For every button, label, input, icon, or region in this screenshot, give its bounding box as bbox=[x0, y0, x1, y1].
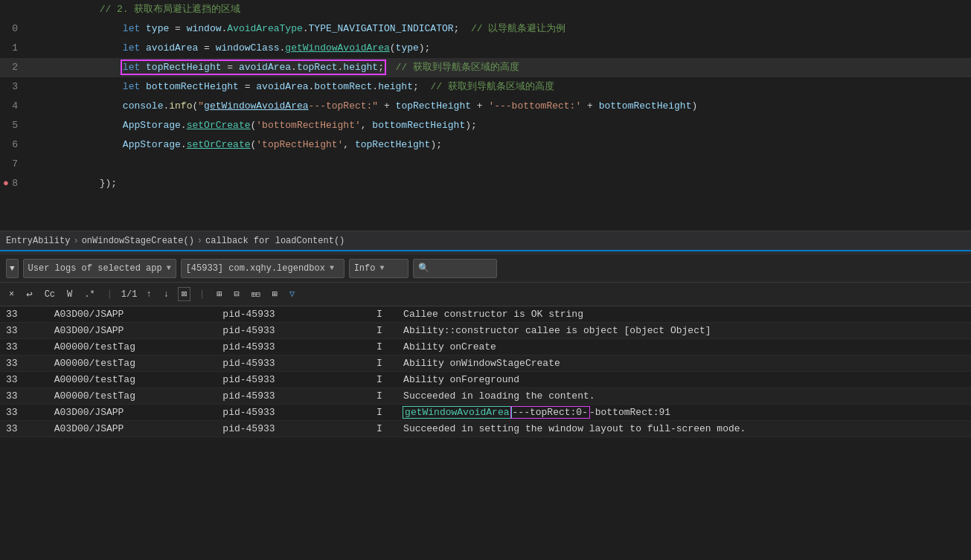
log-time-5: 33 bbox=[0, 388, 48, 405]
log-source-arrow-btn[interactable]: ▼ bbox=[6, 259, 19, 278]
filter-close-btn[interactable]: × bbox=[6, 288, 17, 301]
log-row-1: 33A03D00/JSAPPpid-45933IAbility::constru… bbox=[0, 323, 971, 339]
breadcrumb-item-1: EntryAbility bbox=[6, 236, 70, 246]
log-pid-1: pid-45933 bbox=[217, 323, 361, 339]
code-line-6: 6 AppStorage.setOrCreate('topRectHeight'… bbox=[0, 135, 971, 155]
filter-next-btn[interactable]: ↓ bbox=[161, 288, 172, 301]
filter-case-btn[interactable]: Cc bbox=[42, 288, 58, 301]
log-tag-7: A03D00/JSAPP bbox=[48, 421, 217, 437]
filter-toggle-btn4[interactable]: ⊞ bbox=[269, 287, 281, 301]
log-time-0: 33 bbox=[0, 306, 48, 323]
log-message-2: Ability onCreate bbox=[397, 339, 971, 355]
log-message-7: Succeeded in setting the window layout t… bbox=[397, 421, 971, 437]
log-panel: ▼ User logs of selected app ▼ [45933] co… bbox=[0, 254, 971, 560]
code-editor: // 2. 获取布局避让遮挡的区域 0 let type = window.Av… bbox=[0, 0, 971, 231]
app-id-dropdown[interactable]: [45933] com.xqhy.legendbox ▼ bbox=[181, 259, 345, 278]
log-source-label: User logs of selected app bbox=[28, 263, 162, 274]
log-pid-5: pid-45933 bbox=[217, 388, 361, 405]
log-search-wrap[interactable]: 🔍 bbox=[413, 259, 497, 278]
log-table: 33A03D00/JSAPPpid-45933ICallee construct… bbox=[0, 306, 971, 437]
log-message-5: Succeeded in loading the content. bbox=[397, 388, 971, 405]
code-line-8: 8 ● }); bbox=[0, 174, 971, 193]
filter-count: 1/1 bbox=[121, 289, 138, 300]
filter-wrap-btn[interactable]: ↩ bbox=[23, 286, 35, 302]
filter-clear-btn[interactable]: ⊠ bbox=[178, 287, 190, 301]
log-time-2: 33 bbox=[0, 339, 48, 355]
app-id-arrow-icon: ▼ bbox=[330, 264, 334, 272]
log-row-6: 33A03D00/JSAPPpid-45933IgetWindowAvoidAr… bbox=[0, 405, 971, 421]
log-message-0: Callee constructor is OK string bbox=[397, 306, 971, 323]
log-tag-6: A03D00/JSAPP bbox=[48, 405, 217, 421]
app-id-label: [45933] com.xqhy.legendbox bbox=[186, 263, 325, 274]
log-message-4: Ability onForeground bbox=[397, 372, 971, 388]
breadcrumb-item-2: onWindowStageCreate() bbox=[82, 236, 194, 246]
log-search-input[interactable] bbox=[432, 263, 492, 274]
log-pid-3: pid-45933 bbox=[217, 355, 361, 372]
log-tag-1: A03D00/JSAPP bbox=[48, 323, 217, 339]
filter-prev-btn[interactable]: ↑ bbox=[143, 288, 154, 301]
log-message-6: getWindowAvoidArea---topRect:0--bottomRe… bbox=[397, 405, 971, 421]
log-tag-2: A00000/testTag bbox=[48, 339, 217, 355]
log-tag-5: A00000/testTag bbox=[48, 388, 217, 405]
log-table-wrap[interactable]: 33A03D00/JSAPPpid-45933ICallee construct… bbox=[0, 306, 971, 560]
log-time-4: 33 bbox=[0, 372, 48, 388]
breadcrumb-item-3: callback for loadContent() bbox=[205, 236, 345, 246]
log-level-6: I bbox=[362, 405, 398, 421]
log-row-4: 33A00000/testTagpid-45933IAbility onFore… bbox=[0, 372, 971, 388]
log-pid-7: pid-45933 bbox=[217, 421, 361, 437]
search-icon: 🔍 bbox=[418, 263, 429, 274]
log-level-2: I bbox=[362, 339, 398, 355]
filter-toggle-btn2[interactable]: ⊟ bbox=[231, 287, 243, 301]
log-level-dropdown[interactable]: Info ▼ bbox=[349, 259, 408, 278]
log-row-7: 33A03D00/JSAPPpid-45933ISucceeded in set… bbox=[0, 421, 971, 437]
filter-funnel-btn[interactable]: ▽ bbox=[286, 287, 298, 301]
log-level-5: I bbox=[362, 388, 398, 405]
code-lines: // 2. 获取布局避让遮挡的区域 0 let type = window.Av… bbox=[0, 0, 971, 193]
log-row-5: 33A00000/testTagpid-45933ISucceeded in l… bbox=[0, 388, 971, 405]
log-level-arrow-icon: ▼ bbox=[379, 264, 384, 272]
log-message-3: Ability onWindowStageCreate bbox=[397, 355, 971, 372]
filter-regex-btn[interactable]: .* bbox=[81, 288, 97, 301]
log-row-0: 33A03D00/JSAPPpid-45933ICallee construct… bbox=[0, 306, 971, 323]
log-level-0: I bbox=[362, 306, 398, 323]
log-tag-3: A00000/testTag bbox=[48, 355, 217, 372]
log-row-3: 33A00000/testTagpid-45933IAbility onWind… bbox=[0, 355, 971, 372]
log-pid-4: pid-45933 bbox=[217, 372, 361, 388]
log-tag-0: A03D00/JSAPP bbox=[48, 306, 217, 323]
log-time-6: 33 bbox=[0, 405, 48, 421]
filter-word-btn[interactable]: W bbox=[64, 288, 75, 301]
log-level-7: I bbox=[362, 421, 398, 437]
filter-toggle-btn1[interactable]: ⊞ bbox=[214, 287, 225, 301]
log-time-7: 33 bbox=[0, 421, 48, 437]
filter-toggle-btn3[interactable]: ⊞⊟ bbox=[249, 289, 263, 300]
log-source-arrow-icon: ▼ bbox=[167, 264, 171, 272]
log-filter-bar: × ↩ Cc W .* | 1/1 ↑ ↓ ⊠ | ⊞ ⊟ ⊞⊟ ⊞ ▽ bbox=[0, 283, 971, 306]
log-row-2: 33A00000/testTagpid-45933IAbility onCrea… bbox=[0, 339, 971, 355]
log-level-1: I bbox=[362, 323, 398, 339]
log-level-4: I bbox=[362, 372, 398, 388]
log-toolbar: ▼ User logs of selected app ▼ [45933] co… bbox=[0, 254, 971, 283]
log-time-1: 33 bbox=[0, 323, 48, 339]
log-level-label: Info bbox=[354, 263, 376, 274]
log-pid-6: pid-45933 bbox=[217, 405, 361, 421]
log-pid-0: pid-45933 bbox=[217, 306, 361, 323]
log-level-3: I bbox=[362, 355, 398, 372]
log-source-dropdown[interactable]: User logs of selected app ▼ bbox=[23, 259, 176, 278]
log-message-1: Ability::constructor callee is object [o… bbox=[397, 323, 971, 339]
breadcrumb: EntryAbility › onWindowStageCreate() › c… bbox=[0, 231, 971, 250]
log-time-3: 33 bbox=[0, 355, 48, 372]
log-tag-4: A00000/testTag bbox=[48, 372, 217, 388]
log-pid-2: pid-45933 bbox=[217, 339, 361, 355]
